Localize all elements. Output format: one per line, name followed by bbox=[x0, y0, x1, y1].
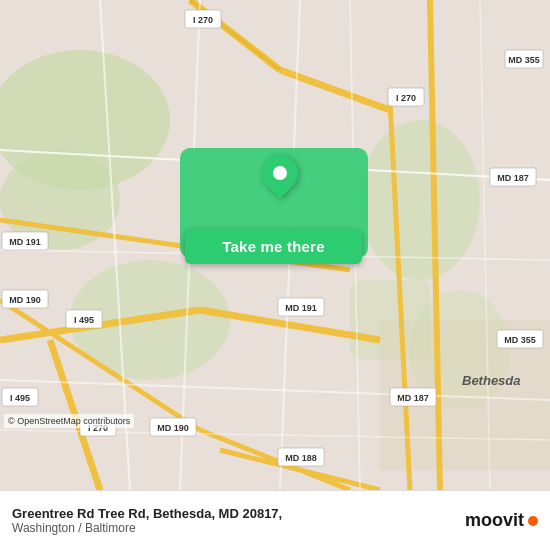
moovit-dot bbox=[528, 516, 538, 526]
svg-text:MD 187: MD 187 bbox=[397, 393, 429, 403]
svg-text:I 270: I 270 bbox=[193, 15, 213, 25]
map-container[interactable]: I 270 MD 355 I 270 MD 187 MD 191 MD 190 … bbox=[0, 0, 550, 490]
location-pin bbox=[262, 155, 298, 191]
moovit-text: moovit bbox=[465, 510, 524, 531]
city-line: Washington / Baltimore bbox=[12, 521, 282, 535]
svg-point-4 bbox=[360, 120, 480, 280]
attribution-text: © OpenStreetMap contributors bbox=[8, 416, 130, 426]
svg-text:I 495: I 495 bbox=[74, 315, 94, 325]
moovit-logo: moovit bbox=[465, 510, 538, 531]
take-me-there-button[interactable]: Take me there bbox=[185, 229, 362, 264]
svg-text:MD 187: MD 187 bbox=[497, 173, 529, 183]
take-me-there-label: Take me there bbox=[222, 238, 324, 255]
svg-text:MD 355: MD 355 bbox=[504, 335, 536, 345]
svg-text:MD 190: MD 190 bbox=[157, 423, 189, 433]
svg-text:MD 355: MD 355 bbox=[508, 55, 540, 65]
svg-text:Bethesda: Bethesda bbox=[462, 373, 521, 388]
svg-text:MD 190: MD 190 bbox=[9, 295, 41, 305]
address-block: Greentree Rd Tree Rd, Bethesda, MD 20817… bbox=[12, 506, 282, 535]
svg-text:MD 188: MD 188 bbox=[285, 453, 317, 463]
map-attribution: © OpenStreetMap contributors bbox=[4, 414, 134, 428]
svg-text:I 495: I 495 bbox=[10, 393, 30, 403]
address-line: Greentree Rd Tree Rd, Bethesda, MD 20817… bbox=[12, 506, 282, 521]
info-bar: Greentree Rd Tree Rd, Bethesda, MD 20817… bbox=[0, 490, 550, 550]
svg-text:I 270: I 270 bbox=[396, 93, 416, 103]
svg-text:MD 191: MD 191 bbox=[285, 303, 317, 313]
svg-text:MD 191: MD 191 bbox=[9, 237, 41, 247]
